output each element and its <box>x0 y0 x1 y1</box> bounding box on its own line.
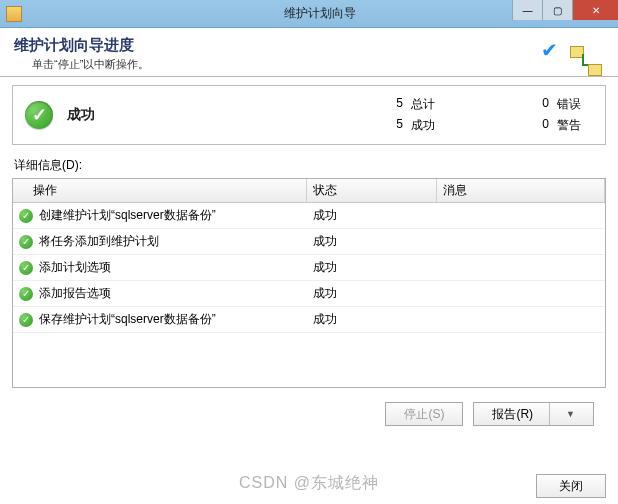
row-status: 成功 <box>307 307 437 332</box>
total-label: 总计 <box>411 96 447 113</box>
summary-counts: 5 总计 0 错误 5 成功 0 警告 <box>389 96 593 134</box>
maximize-button[interactable]: ▢ <box>542 0 572 20</box>
col-message[interactable]: 消息 <box>437 179 605 202</box>
row-success-icon: ✓ <box>19 235 33 249</box>
row-action: 将任务添加到维护计划 <box>39 233 159 250</box>
error-label: 错误 <box>557 96 593 113</box>
warning-count: 0 <box>535 117 549 134</box>
success-icon: ✓ <box>25 101 53 129</box>
warning-label: 警告 <box>557 117 593 134</box>
success-count: 5 <box>389 117 403 134</box>
row-success-icon: ✓ <box>19 209 33 223</box>
table-row[interactable]: ✓添加报告选项成功 <box>13 281 605 307</box>
header-diagram-icon <box>566 44 606 80</box>
details-label: 详细信息(D): <box>14 157 606 174</box>
row-action: 创建维护计划“sqlserver数据备份” <box>39 207 216 224</box>
button-bar: 停止(S) 报告(R) ▼ <box>12 388 606 426</box>
summary-status: 成功 <box>67 106 227 124</box>
app-icon <box>6 6 22 22</box>
success-label: 成功 <box>411 117 447 134</box>
table-row[interactable]: ✓添加计划选项成功 <box>13 255 605 281</box>
dropdown-icon: ▼ <box>566 409 575 419</box>
table-row[interactable]: ✓创建维护计划“sqlserver数据备份”成功 <box>13 203 605 229</box>
row-message <box>437 281 605 306</box>
table-row[interactable]: ✓将任务添加到维护计划成功 <box>13 229 605 255</box>
row-action: 添加计划选项 <box>39 259 111 276</box>
row-success-icon: ✓ <box>19 287 33 301</box>
row-status: 成功 <box>307 255 437 280</box>
row-message <box>437 203 605 228</box>
row-status: 成功 <box>307 281 437 306</box>
row-message <box>437 307 605 332</box>
close-button[interactable]: 关闭 <box>536 474 606 498</box>
col-action[interactable]: 操作 <box>13 179 307 202</box>
stop-button: 停止(S) <box>385 402 463 426</box>
minimize-button[interactable]: — <box>512 0 542 20</box>
watermark: CSDN @东城绝神 <box>239 473 379 494</box>
wizard-header: 维护计划向导进度 单击“停止”以中断操作。 ✔ <box>0 28 618 76</box>
title-bar: 维护计划向导 — ▢ ✕ <box>0 0 618 28</box>
row-message <box>437 255 605 280</box>
grid-header: 操作 状态 消息 <box>13 179 605 203</box>
report-button[interactable]: 报告(R) ▼ <box>473 402 594 426</box>
col-status[interactable]: 状态 <box>307 179 437 202</box>
row-message <box>437 229 605 254</box>
total-count: 5 <box>389 96 403 113</box>
row-success-icon: ✓ <box>19 261 33 275</box>
details-grid: 操作 状态 消息 ✓创建维护计划“sqlserver数据备份”成功✓将任务添加到… <box>12 178 606 388</box>
summary-panel: ✓ 成功 5 总计 0 错误 5 成功 0 警告 <box>12 85 606 145</box>
row-action: 保存维护计划“sqlserver数据备份” <box>39 311 216 328</box>
row-status: 成功 <box>307 229 437 254</box>
table-row[interactable]: ✓保存维护计划“sqlserver数据备份”成功 <box>13 307 605 333</box>
row-status: 成功 <box>307 203 437 228</box>
error-count: 0 <box>535 96 549 113</box>
row-action: 添加报告选项 <box>39 285 111 302</box>
header-check-icon: ✔ <box>541 38 558 62</box>
window-controls: — ▢ ✕ <box>512 0 618 20</box>
close-window-button[interactable]: ✕ <box>572 0 618 20</box>
page-title: 维护计划向导进度 <box>14 36 604 55</box>
row-success-icon: ✓ <box>19 313 33 327</box>
page-subtitle: 单击“停止”以中断操作。 <box>32 57 604 72</box>
